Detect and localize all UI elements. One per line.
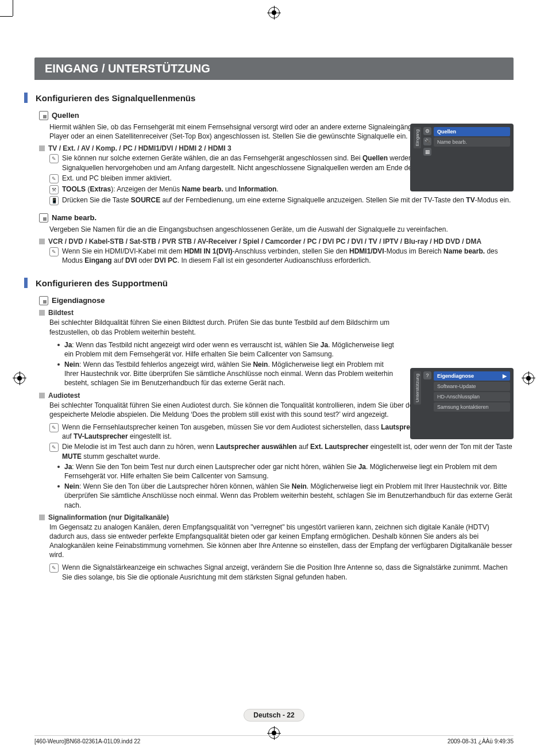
text: Die Melodie ist im Test auch dann zu hör… — [62, 443, 216, 451]
text-bold: Quellen — [362, 154, 388, 162]
osd-row: HD-Anschlussplan — [434, 392, 510, 401]
list-item: Bildtest — [39, 309, 514, 317]
section-heading: Konfigurieren des Supportmenü — [24, 278, 514, 288]
chevron-right-icon: ▶ — [503, 373, 507, 379]
note-icon: ✎ — [49, 443, 59, 452]
checkbox-icon — [39, 296, 48, 305]
note-icon: ✎ — [49, 174, 59, 183]
bullet-line: Ja: Wenn Sie den Ton beim Test nur durch… — [57, 462, 514, 481]
grid-icon: ▦ — [423, 148, 431, 156]
note-line: ✎ Wenn die Signalstärkeanzeige ein schwa… — [49, 563, 514, 581]
subheading-quellen: Quellen — [39, 111, 514, 120]
note-icon: ✎ — [49, 247, 59, 256]
text: eingestellt ist, oder wenn der Ton mit d… — [368, 443, 512, 451]
print-footer-right: 2009-08-31 ¿ÀÀü 9:49:35 — [447, 738, 514, 745]
registration-mark — [268, 7, 280, 18]
text-bold: HDMI IN 1(DVI) — [184, 247, 233, 255]
osd-row: Name bearb. — [434, 137, 510, 147]
text-bold: Nein — [64, 482, 79, 490]
note-icon: ✎ — [49, 154, 59, 163]
text-bold: TV-Lautsprecher — [74, 432, 128, 440]
text: Drücken Sie die Taste — [62, 196, 131, 204]
note-line: ✎ Die Melodie ist im Test auch dann zu h… — [49, 442, 514, 460]
text-bold: Ja — [358, 463, 366, 471]
list-item-label: VCR / DVD / Kabel-STB / Sat-STB / PVR ST… — [48, 237, 481, 245]
osd-row-label: Eigendiagnose — [437, 373, 474, 379]
text: eingestellt ist. — [128, 432, 172, 440]
text-bold: Ja — [64, 463, 72, 471]
text: : Wenn das Testbild fehlerlos angezeigt … — [79, 360, 253, 369]
print-footer: [460-Weuro]BN68-02361A-01L09.indd 22 200… — [34, 735, 514, 745]
text: Sie können nur solche externen Geräte wä… — [62, 154, 362, 162]
text: Ext. und PC bleiben immer aktiviert. — [62, 174, 172, 183]
list-item-label: Audiotest — [48, 392, 80, 400]
bullet-line: Ja: Wenn das Testbild nicht angezeigt wi… — [57, 340, 399, 359]
text: . — [276, 185, 278, 193]
note-icon: ✎ — [49, 423, 59, 432]
bullet-line: Nein: Wenn das Testbild fehlerlos angeze… — [57, 360, 399, 388]
gear-icon: ⚙ — [423, 127, 431, 135]
text: -Modus im Bereich — [384, 247, 443, 255]
text: Wenn die Fernsehlautsprecher keinen Ton … — [62, 423, 381, 431]
text-bold: Nein — [64, 360, 79, 369]
text-bold: Extras — [90, 185, 111, 193]
plug-icon: 🔌 — [423, 137, 431, 145]
text: -Anschluss verbinden, stellen Sie den — [233, 247, 349, 255]
bullet-icon — [57, 363, 60, 366]
note-icon: ✎ — [49, 563, 59, 573]
osd-row: Software-Update — [434, 382, 510, 391]
text: Wenn Sie ein HDMI/DVI-Kabel mit dem — [62, 247, 184, 255]
square-bullet-icon — [39, 393, 45, 398]
subheading-eigendiagnose: Eigendiagnose — [39, 296, 514, 305]
tools-icon: ⚒ — [49, 185, 59, 194]
page-number: Deutsch - 22 — [244, 709, 304, 722]
list-item-label: TV / Ext. / AV / Komp. / PC / HDMI1/DVI … — [48, 144, 231, 152]
text: : Wenn das Testbild nicht angezeigt wird… — [72, 341, 320, 349]
square-bullet-icon — [39, 145, 45, 151]
osd-row-label: Quellen — [437, 129, 456, 135]
bullet-icon — [57, 344, 60, 346]
text-bold: DVI — [125, 256, 137, 264]
registration-mark — [14, 373, 25, 384]
page-footer: Deutsch - 22 — [0, 709, 548, 722]
square-bullet-icon — [39, 239, 45, 244]
text: -Modus ein. — [475, 196, 511, 204]
bullet-icon — [57, 485, 60, 488]
subheading-label: Quellen — [52, 111, 79, 120]
section-heading: Konfigurieren des Signalquellenmenüs — [24, 93, 514, 103]
section-heading-label: Konfigurieren des Supportmenü — [36, 278, 168, 288]
text-bold: HDMI1/DVI — [349, 247, 384, 255]
subheading-label: Eigendiagnose — [52, 296, 105, 305]
note-line: ✎ Wenn Sie ein HDMI/DVI-Kabel mit dem HD… — [49, 247, 514, 265]
crop-mark — [13, 0, 13, 16]
text-bold: TOOLS — [62, 185, 86, 193]
text-bold: SOURCE — [131, 196, 160, 204]
text-bold: TV — [466, 196, 474, 204]
text-bold: Nein — [292, 482, 307, 490]
registration-mark — [523, 373, 534, 384]
subheading-label: Name bearb. — [52, 213, 97, 222]
text: oder — [137, 256, 155, 264]
text: und — [223, 185, 239, 193]
print-footer-left: [460-Weuro]BN68-02361A-01L09.indd 22 — [34, 738, 140, 745]
osd-row-selected: Quellen — [434, 127, 510, 136]
text: : Wenn Sie den Ton beim Test nur durch e… — [72, 463, 358, 471]
checkbox-icon — [39, 111, 48, 120]
section-heading-label: Konfigurieren des Signalquellenmenüs — [36, 93, 195, 103]
list-item-label: Signalinformation (nur Digitalkanäle) — [48, 513, 169, 521]
osd-tab-label: Unterstützung — [414, 371, 421, 405]
text-bold: Ja — [64, 341, 72, 349]
text: auf — [297, 443, 310, 451]
osd-row-selected: Eigendiagnose ▶ — [434, 371, 510, 381]
text: auf — [112, 256, 125, 264]
text: auf der Fernbedienung, um eine externe S… — [160, 196, 466, 204]
text-bold: Name bearb. — [182, 185, 223, 193]
text-bold: MUTE — [62, 452, 82, 460]
text-bold: Eingang — [84, 256, 111, 264]
square-bullet-icon — [39, 310, 45, 316]
body-text: Bei schlechter Bildqualität führen Sie e… — [49, 318, 399, 336]
text-bold: Lautsprecher auswählen — [216, 443, 297, 451]
text: Wenn die Signalstärkeanzeige ein schwach… — [62, 563, 514, 581]
text: stumm geschaltet wurde. — [82, 452, 160, 460]
square-bullet-icon — [39, 515, 45, 520]
